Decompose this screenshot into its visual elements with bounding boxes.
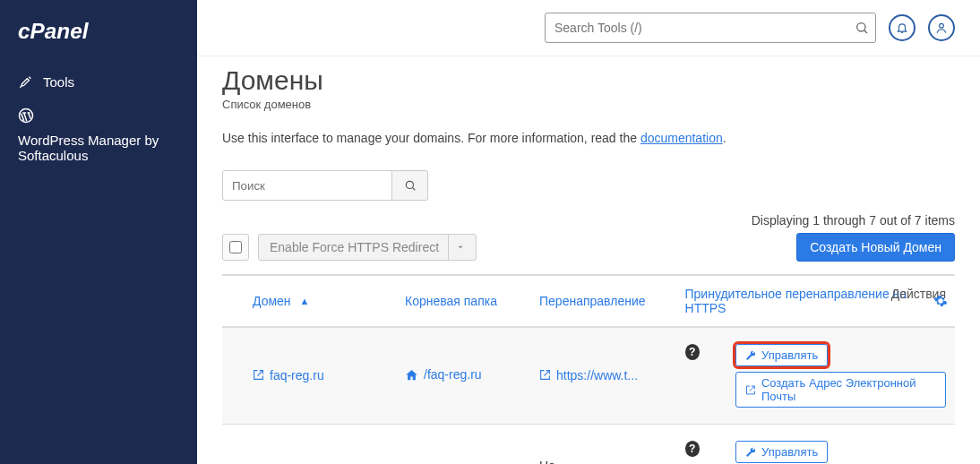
user-button[interactable] (928, 14, 955, 41)
table-row: faq-reg.ru /faq-reg.ru https://www.t... … (222, 327, 955, 425)
create-email-label: Создать Адрес Электронной Почты (761, 376, 936, 403)
wrench-icon (18, 73, 34, 90)
documentation-link[interactable]: documentation (640, 131, 723, 145)
redirect-text: https://www.t... (556, 368, 638, 382)
sidebar-item-wordpress[interactable]: WordPress Manager by Softaculous (0, 99, 197, 172)
svg-point-2 (857, 23, 865, 31)
page-title: Домены (222, 65, 955, 96)
intro-post: . (723, 131, 726, 145)
filter-bar (222, 170, 955, 201)
manage-label: Управлять (761, 445, 818, 459)
actions: Управлять Создать Адрес Электронной Почт… (735, 441, 946, 464)
wordpress-icon (18, 107, 34, 124)
chevron-down-icon[interactable] (448, 235, 465, 260)
search-wrap (545, 13, 876, 43)
sidebar-item-label: WordPress Manager by Softaculous (18, 133, 179, 163)
create-domain-button[interactable]: Создать Новый Домен (796, 233, 955, 262)
col-root[interactable]: Корневая папка (374, 275, 509, 327)
search-icon (855, 21, 869, 35)
sidebar: cPanel Tools WordPress Manager by Softac… (0, 0, 197, 464)
create-email-button[interactable]: Создать Адрес Электронной Почты (735, 372, 946, 408)
svg-line-3 (864, 30, 867, 33)
search-input[interactable] (545, 13, 876, 43)
col-https[interactable]: Принудительное перенаправление на HTTPS … (655, 275, 955, 327)
cpanel-logo[interactable]: cPanel (0, 16, 197, 64)
bell-icon (896, 21, 908, 34)
sidebar-item-label: Tools (43, 74, 74, 90)
bulk-controls: Enable Force HTTPS Redirect (222, 234, 477, 261)
col-redirect-label: Перенаправление (539, 294, 646, 308)
page-subtitle: Список доменов (222, 98, 955, 111)
col-domain-label: Домен (253, 294, 291, 308)
intro-pre: Use this interface to manage your domain… (222, 131, 640, 145)
sort-asc-icon: ▲ (300, 296, 310, 306)
root-text: /faq-reg.ru (424, 367, 482, 382)
svg-point-5 (406, 181, 413, 188)
manage-button[interactable]: Управлять (735, 344, 828, 366)
select-all-checkbox[interactable] (229, 241, 242, 253)
manage-label: Управлять (761, 348, 818, 362)
question-icon[interactable]: ? (685, 344, 701, 360)
root-link[interactable]: /faq-reg.ru (405, 367, 482, 382)
domains-table: Домен▲ Корневая папка Перенаправление Пр… (222, 274, 955, 464)
question-icon[interactable]: ? (685, 441, 701, 457)
select-all-wrap[interactable] (222, 234, 249, 261)
svg-line-6 (412, 187, 415, 190)
domain-text: faq-reg.ru (270, 368, 324, 382)
enable-https-label: Enable Force HTTPS Redirect (270, 240, 439, 254)
content: Домены Список доменов Use this interface… (197, 56, 980, 464)
actions: Управлять Создать Адрес Электронной Почт… (735, 344, 946, 408)
redirect-text: Не перенаправлен (539, 459, 629, 465)
filter-search-button[interactable] (392, 170, 428, 201)
gear-icon[interactable] (933, 294, 948, 308)
col-redirect[interactable]: Перенаправление (509, 275, 655, 327)
sidebar-item-tools[interactable]: Tools (0, 64, 197, 99)
manage-button[interactable]: Управлять (735, 441, 828, 463)
domain-link[interactable]: faq-reg.ru (253, 368, 324, 382)
col-root-label: Корневая папка (405, 294, 497, 308)
svg-point-4 (940, 23, 944, 28)
pager-text: Displaying 1 through 7 out of 7 items (752, 213, 955, 228)
col-domain[interactable]: Домен▲ (222, 275, 374, 327)
main: Домены Список доменов Use this interface… (197, 0, 980, 464)
search-icon (404, 179, 417, 192)
enable-https-button[interactable]: Enable Force HTTPS Redirect (258, 234, 477, 261)
table-row: faq-reg.site /faq-reg.site Не перенаправ… (222, 425, 955, 465)
user-icon (935, 21, 948, 34)
filter-input[interactable] (222, 170, 392, 201)
intro-text: Use this interface to manage your domain… (222, 131, 955, 145)
redirect-link[interactable]: https://www.t... (539, 368, 638, 382)
svg-text:cPanel: cPanel (18, 19, 90, 43)
topbar (197, 0, 980, 56)
notifications-button[interactable] (889, 14, 916, 41)
